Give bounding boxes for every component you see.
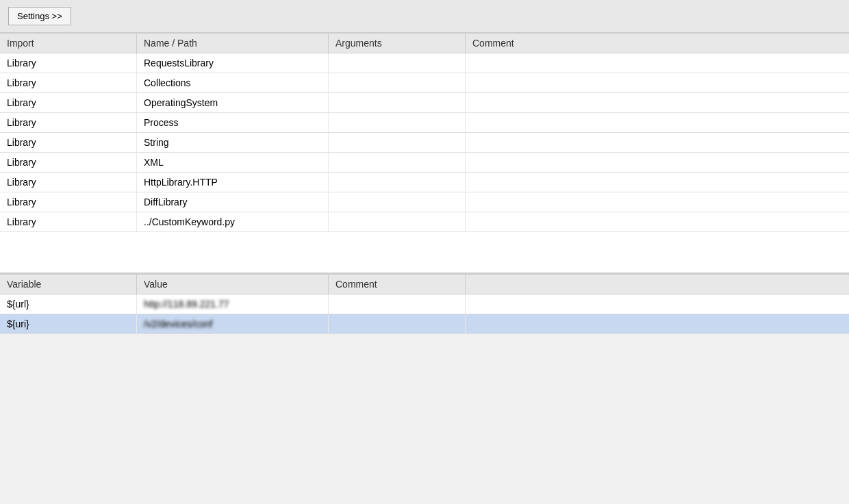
import-type-cell: Library xyxy=(0,212,137,231)
variables-section: Variable Value Comment ${url} http://118… xyxy=(0,274,849,334)
variable-row-selected[interactable]: ${uri} /v2/devices/conf xyxy=(0,314,849,334)
variable-extra-cell xyxy=(466,314,849,333)
import-row[interactable]: Library XML xyxy=(0,153,849,173)
import-args-cell xyxy=(329,173,466,192)
variable-comment-cell xyxy=(329,314,466,333)
import-row[interactable]: Library HttpLibrary.HTTP xyxy=(0,173,849,192)
import-comment-cell xyxy=(466,73,849,92)
import-comment-cell xyxy=(466,133,849,152)
import-comment-cell xyxy=(466,173,849,192)
import-type-cell: Library xyxy=(0,53,137,73)
var-comment-col-header: Comment xyxy=(329,275,466,294)
settings-button[interactable]: Settings >> xyxy=(8,7,71,25)
variable-value-text: /v2/devices/conf xyxy=(144,318,212,329)
import-type-cell: Library xyxy=(0,73,137,92)
import-type-cell: Library xyxy=(0,153,137,172)
import-row[interactable]: Library OperatingSystem xyxy=(0,93,849,113)
import-name-cell: DiffLibrary xyxy=(137,192,329,212)
import-comment-cell xyxy=(466,153,849,172)
import-args-cell xyxy=(329,113,466,132)
import-name-cell: HttpLibrary.HTTP xyxy=(137,173,329,192)
import-col-header: Import xyxy=(0,34,137,53)
import-type-cell: Library xyxy=(0,93,137,112)
import-comment-cell xyxy=(466,192,849,212)
variable-name-cell: ${uri} xyxy=(0,314,137,333)
import-row[interactable]: Library RequestsLibrary xyxy=(0,53,849,73)
name-path-col-header: Name / Path xyxy=(137,34,329,53)
variables-table-header: Variable Value Comment xyxy=(0,274,849,294)
import-name-cell: String xyxy=(137,133,329,152)
import-type-cell: Library xyxy=(0,133,137,152)
comment-col-header: Comment xyxy=(466,34,849,53)
import-comment-cell xyxy=(466,93,849,112)
variable-extra-cell xyxy=(466,294,849,314)
import-args-cell xyxy=(329,212,466,231)
variable-row[interactable]: ${url} http://118.89.221.77 xyxy=(0,294,849,314)
import-row[interactable]: Library ../CustomKeyword.py xyxy=(0,212,849,232)
import-name-cell: Process xyxy=(137,113,329,132)
import-row[interactable]: Library DiffLibrary xyxy=(0,192,849,212)
variable-value-cell: http://118.89.221.77 xyxy=(137,294,329,314)
import-row[interactable]: Library Process xyxy=(0,113,849,133)
import-args-cell xyxy=(329,153,466,172)
variable-col-header: Variable xyxy=(0,275,137,294)
spacer xyxy=(0,232,849,273)
import-name-cell: XML xyxy=(137,153,329,172)
import-name-cell: OperatingSystem xyxy=(137,93,329,112)
import-name-cell: ../CustomKeyword.py xyxy=(137,212,329,231)
import-type-cell: Library xyxy=(0,113,137,132)
import-row[interactable]: Library String xyxy=(0,133,849,153)
variable-value-cell: /v2/devices/conf xyxy=(137,314,329,333)
import-args-cell xyxy=(329,133,466,152)
import-type-cell: Library xyxy=(0,192,137,212)
import-row[interactable]: Library Collections xyxy=(0,73,849,93)
import-args-cell xyxy=(329,73,466,92)
import-comment-cell xyxy=(466,113,849,132)
import-name-cell: Collections xyxy=(137,73,329,92)
import-args-cell xyxy=(329,192,466,212)
import-args-cell xyxy=(329,53,466,73)
variable-name-cell: ${url} xyxy=(0,294,137,314)
variable-comment-cell xyxy=(329,294,466,314)
var-extra-col-header xyxy=(466,275,849,294)
variable-value-text: http://118.89.221.77 xyxy=(144,299,229,310)
top-bar: Settings >> xyxy=(0,0,849,33)
import-comment-cell xyxy=(466,53,849,73)
import-comment-cell xyxy=(466,212,849,231)
imports-section: Import Name / Path Arguments Comment Lib… xyxy=(0,33,849,274)
arguments-col-header: Arguments xyxy=(329,34,466,53)
import-name-cell: RequestsLibrary xyxy=(137,53,329,73)
imports-table-header: Import Name / Path Arguments Comment xyxy=(0,33,849,53)
import-args-cell xyxy=(329,93,466,112)
import-type-cell: Library xyxy=(0,173,137,192)
value-col-header: Value xyxy=(137,275,329,294)
